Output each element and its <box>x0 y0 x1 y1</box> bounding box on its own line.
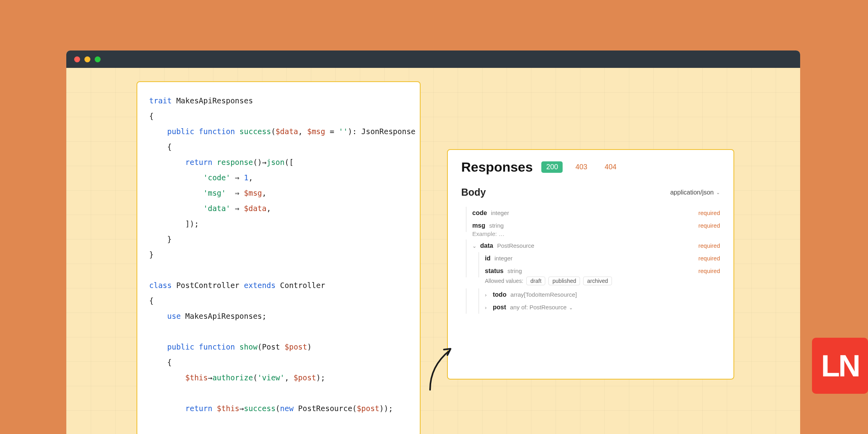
chevron-down-icon: ⌄ <box>716 190 720 195</box>
content-type-select[interactable]: application/json ⌄ <box>670 189 720 196</box>
chevron-down-icon: ⌄ <box>569 305 573 311</box>
responses-panel: Responses 200 403 404 Body application/j… <box>447 149 734 380</box>
body-heading: Body <box>461 187 486 198</box>
close-icon[interactable] <box>74 56 80 62</box>
status-200-tab[interactable]: 200 <box>541 161 563 173</box>
field-id: id integer required <box>461 252 720 265</box>
code-editor-panel: trait MakesApiResponses { public functio… <box>137 81 421 434</box>
maximize-icon[interactable] <box>95 56 101 62</box>
field-code: code integer required <box>461 207 720 219</box>
status-403-tab[interactable]: 403 <box>571 161 592 173</box>
chevron-right-icon: › <box>485 305 490 311</box>
status-404-tab[interactable]: 404 <box>600 161 621 173</box>
field-status: status string required <box>461 265 720 277</box>
app-window: trait MakesApiResponses { public functio… <box>66 51 800 434</box>
field-data[interactable]: ⌄ data PostResource required <box>461 239 720 252</box>
status-code-tabs: 200 403 404 <box>541 161 621 173</box>
responses-title: Responses <box>461 159 533 175</box>
chevron-right-icon: › <box>485 292 490 298</box>
minimize-icon[interactable] <box>84 56 90 62</box>
field-todo[interactable]: › todo array[TodoItemResource] <box>461 288 720 301</box>
window-titlebar <box>66 51 800 68</box>
allowed-value-chip: draft <box>526 277 545 285</box>
brand-logo: LN <box>812 338 868 394</box>
status-allowed-values: Allowed values: draft published archived <box>461 277 720 285</box>
code-content: trait MakesApiResponses { public functio… <box>149 93 408 416</box>
field-post[interactable]: › post any of: PostResource ⌄ <box>461 301 720 314</box>
allowed-value-chip: archived <box>583 277 612 285</box>
field-msg: msg string required <box>461 219 720 232</box>
allowed-value-chip: published <box>548 277 580 285</box>
response-schema: code integer required msg string require… <box>461 207 720 314</box>
responses-header: Responses 200 403 404 <box>461 159 720 175</box>
traffic-lights <box>74 56 101 62</box>
chevron-down-icon: ⌄ <box>472 243 478 249</box>
